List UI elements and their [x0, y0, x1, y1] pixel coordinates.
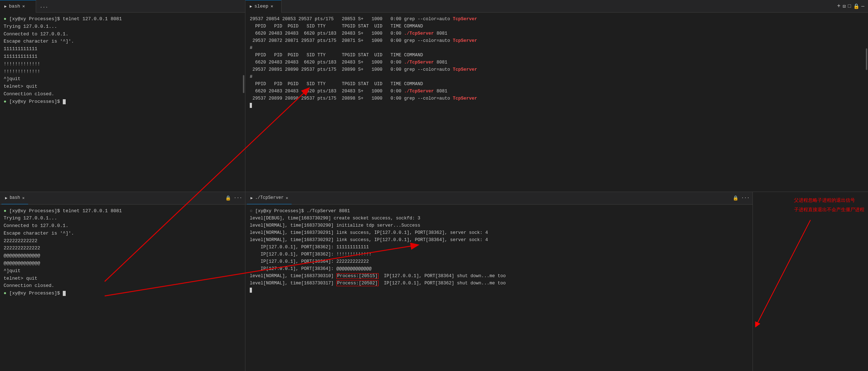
- tab-more-left[interactable]: ...: [36, 0, 52, 13]
- bottom-left-tab-close[interactable]: ✕: [22, 196, 25, 200]
- bl-line-11: telnet> quit: [4, 275, 241, 283]
- top-left-content[interactable]: ● [xy@xy Processes]$ telnet 127.0.0.1 80…: [0, 13, 245, 192]
- tr-line-9: 29537 20891 20890 29537 pts/175 20890 S+…: [250, 66, 864, 73]
- tr-line-3: PPID PID PGID SID TTY TPGID STAT UID TIM…: [250, 23, 864, 30]
- tr-line-4: 6620 20483 20483 6620 pts/183 20483 S+ 1…: [250, 30, 864, 37]
- ts-line-3: level[NORMAL], time[1683730290] initiali…: [250, 222, 748, 229]
- tr-line-13: 29537 20899 20898 29537 pts/175 20898 S+…: [250, 95, 864, 102]
- bl-line-4: Escape character is '^]'.: [4, 230, 241, 237]
- bl-line-9: ^]quit: [4, 267, 241, 275]
- bottom-right-area: ▶ ./TcpServer ✕ 🔒 ··· ○ [xy@xy Processes…: [245, 192, 868, 371]
- tr-line-5: 29537 20872 20871 29537 pts/175 20871 S+…: [250, 37, 864, 44]
- right-panel: 29537 20854 20853 29537 pts/175 20853 S+…: [245, 13, 868, 371]
- bash-tab-close[interactable]: ✕: [22, 4, 25, 9]
- annotation-panel: 父进程忽略子进程的退出信号 子进程直接退出不会产生僵尸进程: [753, 192, 868, 371]
- bl-line-12: Connection closed.: [4, 282, 241, 290]
- tab-bash-top-left[interactable]: ▶ bash ✕: [0, 0, 36, 13]
- line-5: 111111111111: [4, 45, 241, 53]
- top-right-terminal: 29537 20854 20853 29537 pts/175 20853 S+…: [245, 13, 868, 192]
- line-4: Escape character is '^]'.: [4, 38, 241, 45]
- split-terminal-btn[interactable]: ⊡: [843, 3, 846, 9]
- bl-line-5: 222222222222: [4, 237, 241, 245]
- left-panel: ● [xy@xy Processes]$ telnet 127.0.0.1 80…: [0, 13, 245, 371]
- ts-line-11: IP[127.0.0.1], PORT[38364]: @@@@@@@@@@@@…: [250, 265, 748, 272]
- bl-line-7: @@@@@@@@@@@@@: [4, 252, 241, 260]
- ts-line-2: level[DEBUG], time[1683730290] create so…: [250, 215, 748, 222]
- ts-line-12: level[NORMAL], time[1683730310] Process:…: [250, 272, 748, 280]
- tr-cursor: [250, 103, 252, 108]
- tr-line-8: 6620 20483 20483 6620 pts/183 20483 S+ 1…: [250, 59, 864, 66]
- sleep-tab-label: sleep: [254, 4, 269, 9]
- tr-line-10: #: [250, 73, 864, 80]
- bl-line-8: @@@@@@@@@@@@@: [4, 260, 241, 267]
- maximize-btn[interactable]: □: [848, 3, 851, 9]
- tr-line-12: 6620 20483 20483 6620 pts/183 20483 S+ 1…: [250, 88, 864, 95]
- bottom-left-tab-bash[interactable]: ▶ bash ✕: [1, 192, 28, 204]
- tcpserver-tab[interactable]: ▶ ./TcpServer ✕: [247, 192, 292, 204]
- minimize-btn[interactable]: —: [862, 3, 864, 9]
- bottom-left-content[interactable]: ● [xy@xy Processes]$ telnet 127.0.0.1 80…: [0, 205, 245, 371]
- bottom-left-more[interactable]: ···: [232, 194, 244, 202]
- bl-line-1: ● [xy@xy Processes]$ telnet 127.0.0.1 80…: [4, 208, 241, 215]
- bottom-left-tab-label: bash: [10, 195, 20, 200]
- annotation-arrow: [753, 192, 868, 371]
- bottom-left-lock[interactable]: 🔒: [224, 194, 232, 202]
- ts-line-6: level[NORMAL], time[1683730292] link suc…: [250, 236, 748, 244]
- top-right-content[interactable]: 29537 20854 20853 29537 pts/175 20853 S+…: [245, 13, 868, 192]
- tcpserver-lock[interactable]: 🔒: [731, 194, 740, 202]
- bottom-left-tab-icon: ▶: [5, 196, 8, 200]
- lock-btn[interactable]: 🔒: [853, 3, 859, 9]
- ts-line-9: IP[127.0.0.1], PORT[38362]: !!!!!!!!!!!!…: [250, 251, 748, 258]
- bash-tab-label: bash: [9, 4, 20, 9]
- ts-line-13: level[NORMAL], time[1683730317] Process:…: [250, 280, 748, 287]
- line-11: telnet> quit: [4, 83, 241, 91]
- tr-line-7: PPID PID PGID SID TTY TPGID STAT UID TIM…: [250, 52, 864, 59]
- line-3: Connected to 127.0.0.1.: [4, 31, 241, 38]
- line-9: ^]quit: [4, 75, 241, 83]
- add-terminal-btn[interactable]: +: [837, 3, 841, 9]
- line-1: ● [xy@xy Processes]$ telnet 127.0.0.1 80…: [4, 16, 241, 23]
- tr-line-1: 29537 20854 20853 29537 pts/175 20853 S+…: [250, 16, 864, 23]
- ts-cursor: [250, 288, 252, 293]
- sleep-tab-icon: ▶: [250, 4, 252, 9]
- line-12: Connection closed.: [4, 91, 241, 98]
- tcpserver-content[interactable]: ○ [xy@xy Processes]$ ./TcpServer 8081 le…: [245, 205, 753, 371]
- svg-line-0: [756, 220, 811, 325]
- ts-line-4: level[NORMAL], time[1683730291] link suc…: [250, 229, 748, 236]
- ts-line-1: ○ [xy@xy Processes]$ ./TcpServer 8081: [250, 208, 748, 215]
- line-13: ● [xy@xy Processes]$: [4, 98, 241, 106]
- top-left-terminal: ● [xy@xy Processes]$ telnet 127.0.0.1 80…: [0, 13, 245, 192]
- bottom-left-terminal: ▶ bash ✕ 🔒 ··· ● [xy@xy Processes]$ teln…: [0, 192, 245, 371]
- tab-sleep-top[interactable]: ▶ sleep ✕: [245, 0, 282, 13]
- ts-line-10: IP[127.0.0.1], PORT[38364]: 222222222222: [250, 258, 748, 265]
- tcpserver-terminal: ▶ ./TcpServer ✕ 🔒 ··· ○ [xy@xy Processes…: [245, 192, 753, 371]
- bl-line-2: Trying 127.0.0.1...: [4, 215, 241, 222]
- bash-tab-icon: ▶: [4, 4, 7, 9]
- tcpserver-tab-close[interactable]: ✕: [286, 196, 288, 200]
- tr-line-6: #: [250, 44, 864, 52]
- line-8: !!!!!!!!!!!!!: [4, 68, 241, 76]
- bl-line-3: Connected to 127.0.0.1.: [4, 222, 241, 230]
- bl-line-13: ● [xy@xy Processes]$: [4, 290, 241, 297]
- line-7: !!!!!!!!!!!!!: [4, 61, 241, 68]
- tr-line-11: PPID PID PGID SID TTY TPGID STAT UID TIM…: [250, 80, 864, 88]
- tcpserver-tab-label: ./TcpServer: [255, 195, 284, 200]
- tcpserver-more[interactable]: ···: [740, 194, 751, 202]
- sleep-tab-close[interactable]: ✕: [271, 4, 273, 9]
- ts-line-8: IP[127.0.0.1], PORT[38362]: 111111111111: [250, 244, 748, 251]
- bl-line-6: 2222222222222: [4, 245, 241, 252]
- line-2: Trying 127.0.0.1...: [4, 23, 241, 31]
- line-6: 111111111111: [4, 53, 241, 61]
- tcpserver-tab-icon: ▶: [250, 196, 253, 200]
